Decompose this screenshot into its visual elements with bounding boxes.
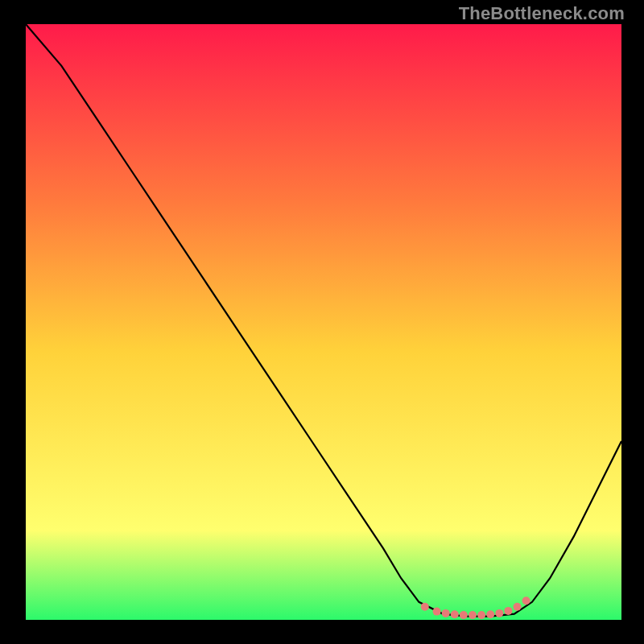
valley-dot — [486, 610, 494, 618]
valley-dot — [442, 609, 450, 617]
valley-dot — [514, 603, 522, 611]
valley-dot — [495, 609, 503, 617]
valley-dot — [433, 608, 441, 616]
valley-dot — [460, 611, 468, 619]
valley-dot — [522, 597, 530, 605]
valley-dot — [477, 611, 485, 619]
valley-dot — [451, 610, 459, 618]
valley-dot — [421, 603, 429, 611]
gradient-background — [26, 24, 621, 620]
valley-dot — [469, 611, 477, 619]
chart-frame: TheBottleneck.com — [0, 0, 644, 644]
plot-area — [26, 24, 621, 620]
valley-dot — [504, 607, 512, 615]
bottleneck-chart — [26, 24, 621, 620]
watermark-text: TheBottleneck.com — [459, 3, 625, 24]
